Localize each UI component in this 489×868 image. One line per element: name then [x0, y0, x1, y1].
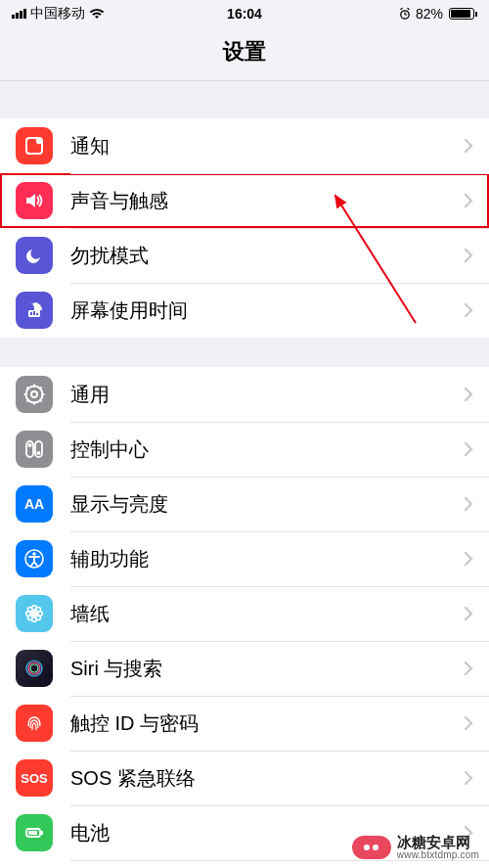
- group-gap: [0, 81, 489, 118]
- row-privacy[interactable]: 隐私: [0, 860, 489, 868]
- row-sounds[interactable]: 声音与触感: [0, 173, 489, 228]
- signal-icon: [12, 9, 26, 19]
- controlcenter-icon: [16, 431, 53, 468]
- alarm-icon: [398, 7, 412, 21]
- svg-rect-11: [36, 313, 38, 315]
- chevron-right-icon: [464, 387, 473, 402]
- row-label: 屏幕使用时间: [70, 297, 464, 324]
- row-label: 墙纸: [70, 601, 464, 627]
- chevron-right-icon: [464, 496, 473, 512]
- row-sos[interactable]: SOS SOS 紧急联络: [0, 751, 489, 805]
- row-label: 辅助功能: [70, 546, 464, 572]
- chevron-right-icon: [464, 302, 473, 318]
- svg-point-34: [28, 608, 33, 613]
- accessibility-icon: [16, 540, 53, 577]
- svg-rect-9: [30, 312, 32, 315]
- chevron-right-icon: [464, 551, 473, 567]
- svg-line-3: [400, 8, 402, 10]
- carrier-label: 中国移动: [30, 5, 85, 23]
- row-dnd[interactable]: 勿扰模式: [0, 228, 489, 283]
- svg-rect-43: [28, 831, 37, 835]
- row-label: 通用: [70, 382, 464, 408]
- row-accessibility[interactable]: 辅助功能: [0, 531, 489, 586]
- svg-point-37: [36, 616, 41, 620]
- sos-icon: SOS: [16, 759, 53, 797]
- watermark-url: www.btxtdmp.com: [397, 850, 479, 861]
- svg-rect-10: [33, 311, 35, 315]
- chevron-right-icon: [464, 441, 473, 457]
- row-notifications[interactable]: 通知: [0, 118, 489, 173]
- chevron-right-icon: [464, 606, 473, 621]
- sounds-icon: [16, 182, 53, 219]
- status-bar: 中国移动 16:04 82%: [0, 0, 489, 27]
- chevron-right-icon: [464, 661, 473, 676]
- svg-text:AA: AA: [24, 496, 44, 512]
- svg-point-35: [36, 608, 41, 613]
- watermark: 冰糖安卓网 www.btxtdmp.com: [352, 835, 479, 860]
- svg-rect-42: [41, 831, 43, 835]
- row-label: SOS 紧急联络: [70, 765, 464, 792]
- row-touchid[interactable]: 触控 ID 与密码: [0, 696, 489, 751]
- dnd-icon: [16, 237, 53, 274]
- wallpaper-icon: [16, 595, 53, 632]
- row-label: 显示与亮度: [70, 491, 464, 518]
- notifications-icon: [16, 127, 53, 164]
- svg-point-23: [28, 443, 32, 447]
- row-display[interactable]: AA 显示与亮度: [0, 477, 489, 531]
- settings-list[interactable]: 通知 声音与触感 勿扰模式 屏幕使用时间 通用 控制中心: [0, 81, 489, 868]
- wifi-icon: [89, 8, 105, 20]
- general-icon: [16, 376, 53, 413]
- row-siri[interactable]: Siri 与搜索: [0, 641, 489, 696]
- siri-icon: [16, 650, 53, 687]
- svg-point-36: [28, 616, 33, 620]
- row-general[interactable]: 通用: [0, 367, 489, 422]
- row-wallpaper[interactable]: 墙纸: [0, 586, 489, 641]
- svg-point-40: [30, 664, 38, 672]
- chevron-right-icon: [464, 138, 473, 154]
- watermark-name: 冰糖安卓网: [397, 835, 479, 850]
- page-title: 设置: [0, 27, 489, 81]
- row-screentime[interactable]: 屏幕使用时间: [0, 283, 489, 338]
- row-label: 触控 ID 与密码: [70, 710, 464, 737]
- row-label: 通知: [70, 133, 464, 160]
- status-right: 82%: [398, 6, 477, 22]
- chevron-right-icon: [464, 248, 473, 263]
- watermark-logo-icon: [352, 836, 391, 859]
- display-icon: AA: [16, 485, 53, 523]
- status-left: 中国移动: [12, 5, 105, 23]
- chevron-right-icon: [464, 715, 473, 731]
- svg-point-13: [31, 391, 37, 397]
- touchid-icon: [16, 705, 53, 742]
- chevron-right-icon: [464, 770, 473, 786]
- row-label: 勿扰模式: [70, 243, 464, 269]
- battery-menu-icon: [16, 814, 53, 851]
- svg-line-4: [407, 8, 409, 10]
- chevron-right-icon: [464, 193, 473, 208]
- battery-percent: 82%: [416, 6, 443, 22]
- row-controlcenter[interactable]: 控制中心: [0, 422, 489, 477]
- row-label: 声音与触感: [70, 188, 464, 214]
- svg-point-7: [36, 138, 42, 144]
- battery-icon: [447, 8, 477, 20]
- clock: 16:04: [227, 6, 262, 22]
- row-label: 控制中心: [70, 436, 464, 463]
- screentime-icon: [16, 292, 53, 329]
- svg-point-25: [37, 451, 41, 455]
- row-label: Siri 与搜索: [70, 656, 464, 682]
- svg-point-28: [32, 552, 36, 556]
- group-gap: [0, 338, 489, 367]
